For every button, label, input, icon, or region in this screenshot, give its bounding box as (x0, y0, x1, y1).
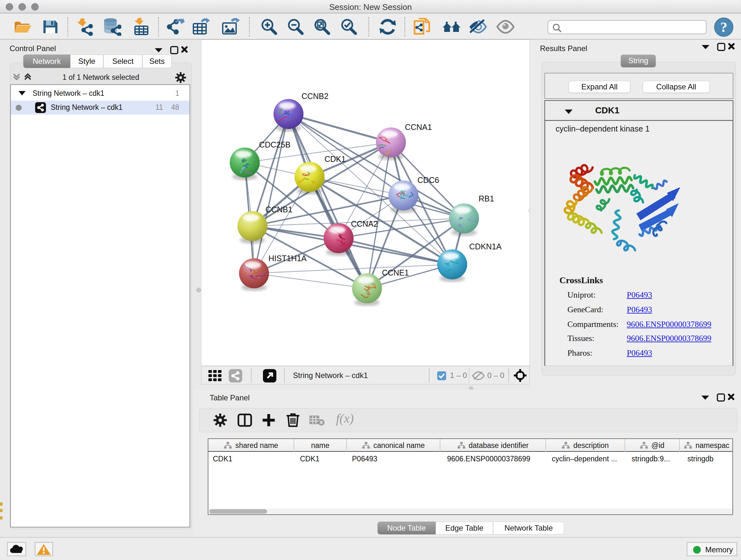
svg-text:CDKN1A: CDKN1A (469, 242, 502, 251)
svg-text:CCNA1: CCNA1 (405, 123, 432, 132)
svg-text:CCNE1: CCNE1 (382, 268, 409, 277)
svg-text:CDC25B: CDC25B (259, 140, 291, 149)
svg-text:CDC6: CDC6 (417, 176, 439, 185)
svg-text:CCNA2: CCNA2 (351, 219, 378, 228)
svg-text:HIST1H1A: HIST1H1A (268, 254, 307, 263)
svg-text:CDK1: CDK1 (325, 154, 346, 164)
svg-text:CCNB2: CCNB2 (301, 91, 329, 101)
svg-text:RB1: RB1 (479, 194, 494, 203)
svg-text:CCNB1: CCNB1 (266, 205, 293, 214)
